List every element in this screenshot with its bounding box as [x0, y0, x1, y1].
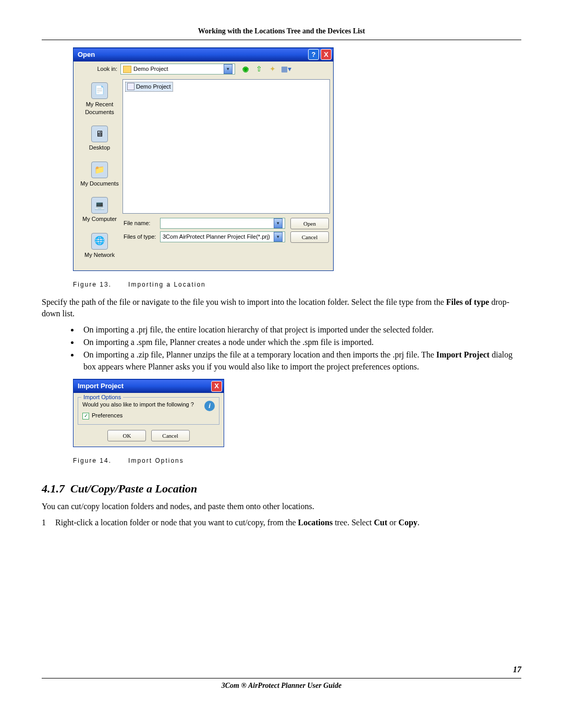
- place-label: My Network: [84, 251, 115, 259]
- group-legend: Import Options: [81, 393, 123, 401]
- file-item-label: Demo Project: [136, 83, 171, 91]
- info-icon[interactable]: i: [204, 401, 215, 411]
- import-project-dialog: Import Project X Import Options i Would …: [73, 379, 224, 447]
- place-my-network[interactable]: 🌐My Network: [84, 233, 115, 259]
- file-name-field[interactable]: ▾: [160, 218, 285, 229]
- my-network-icon: 🌐: [91, 233, 108, 250]
- cancel-button[interactable]: Cancel: [290, 231, 329, 243]
- look-in-value: Demo Project: [133, 65, 168, 73]
- project-file-icon: [127, 83, 134, 90]
- bullet-item: On importing a .spm file, Planner create…: [79, 337, 521, 348]
- look-in-dropdown[interactable]: Demo Project ▾: [120, 64, 235, 75]
- footer-rule: [42, 678, 521, 678]
- places-bar: 📄My Recent Documents 🖥Desktop 📁My Docume…: [77, 79, 123, 268]
- steps-list: 1 Right-click a location folder or node …: [42, 517, 521, 528]
- recent-docs-icon: 📄: [91, 82, 108, 99]
- dialog-title: Open: [78, 50, 308, 59]
- views-icon[interactable]: ▦▾: [281, 64, 291, 75]
- place-my-documents[interactable]: 📁My Documents: [80, 162, 118, 188]
- up-one-level-icon[interactable]: ⇧: [254, 64, 264, 75]
- file-list-area[interactable]: Demo Project: [123, 79, 330, 214]
- page-number: 17: [42, 664, 521, 675]
- ok-button[interactable]: OK: [107, 430, 146, 441]
- bullet-list: On importing a .prj file, the entire loc…: [79, 324, 521, 373]
- new-folder-icon[interactable]: ✦: [267, 64, 278, 75]
- open-button[interactable]: Open: [290, 218, 329, 229]
- import-options-group: Import Options i Would you also like to …: [78, 397, 219, 425]
- place-label: My Computer: [82, 215, 117, 223]
- place-my-computer[interactable]: 💻My Computer: [82, 197, 117, 223]
- desktop-icon: 🖥: [91, 126, 108, 142]
- bullet-item: On importing a .prj file, the entire loc…: [79, 324, 521, 336]
- close-button[interactable]: X: [321, 49, 332, 60]
- files-of-type-dropdown[interactable]: 3Com AirProtect Planner Project File(*.p…: [160, 231, 285, 242]
- my-documents-icon: 📁: [91, 162, 108, 178]
- figure-14-caption: Figure 14. Import Options: [73, 456, 521, 465]
- files-of-type-value: 3Com AirProtect Planner Project File(*.p…: [163, 233, 270, 241]
- preferences-checkbox[interactable]: ✓: [82, 413, 89, 419]
- checkbox-label: Preferences: [92, 412, 123, 419]
- place-label: Desktop: [89, 144, 110, 152]
- cancel-button[interactable]: Cancel: [151, 430, 190, 441]
- bullet-item: On importing a .zip file, Planner unzips…: [79, 349, 521, 373]
- chevron-down-icon[interactable]: ▾: [274, 232, 283, 242]
- title-bar: Open ? X: [74, 48, 333, 61]
- page-header: Working with the Locations Tree and the …: [42, 26, 521, 36]
- file-item[interactable]: Demo Project: [125, 82, 173, 92]
- dropdown-arrow-icon[interactable]: ▾: [224, 64, 232, 74]
- back-icon[interactable]: ◉: [240, 64, 251, 75]
- folder-icon: [123, 66, 131, 73]
- close-button[interactable]: X: [211, 381, 222, 392]
- open-dialog: Open ? X Look in: Demo Project ▾ ◉ ⇧ ✦ ▦…: [73, 47, 334, 271]
- title-bar: Import Project X: [74, 379, 224, 393]
- section-intro: You can cut/copy location folders and no…: [42, 501, 521, 512]
- place-desktop[interactable]: 🖥Desktop: [89, 126, 110, 152]
- footer-text: 3Com ® AirProtect Planner User Guide: [42, 681, 521, 691]
- help-button[interactable]: ?: [308, 49, 319, 60]
- import-question: Would you also like to import the follow…: [82, 401, 215, 409]
- place-label: My Recent Documents: [77, 101, 123, 117]
- look-in-label: Look in:: [91, 65, 117, 73]
- section-heading: 4.1.7 Cut/Copy/Paste a Location: [42, 481, 521, 497]
- header-rule: [42, 40, 521, 40]
- files-of-type-label: Files of type:: [124, 233, 160, 241]
- file-name-label: File name:: [124, 219, 160, 227]
- place-label: My Documents: [80, 180, 118, 188]
- step-item: 1 Right-click a location folder or node …: [42, 517, 521, 528]
- figure-13-caption: Figure 13. Importing a Location: [73, 280, 521, 289]
- my-computer-icon: 💻: [91, 197, 108, 214]
- paragraph-1: Specify the path of the file or navigate…: [42, 297, 521, 320]
- place-recent[interactable]: 📄My Recent Documents: [77, 82, 123, 117]
- dialog-title: Import Project: [78, 381, 211, 391]
- chevron-down-icon[interactable]: ▾: [274, 218, 283, 228]
